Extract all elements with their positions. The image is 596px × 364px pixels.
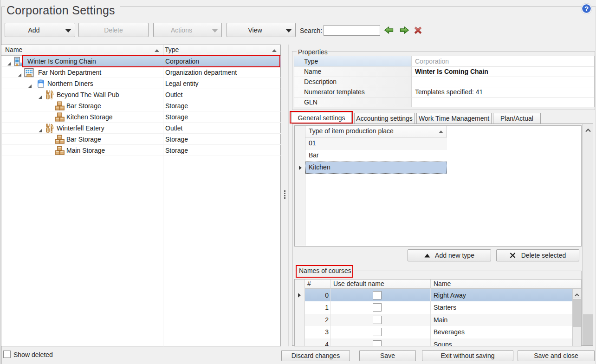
svg-text:?: ? [584,5,589,13]
